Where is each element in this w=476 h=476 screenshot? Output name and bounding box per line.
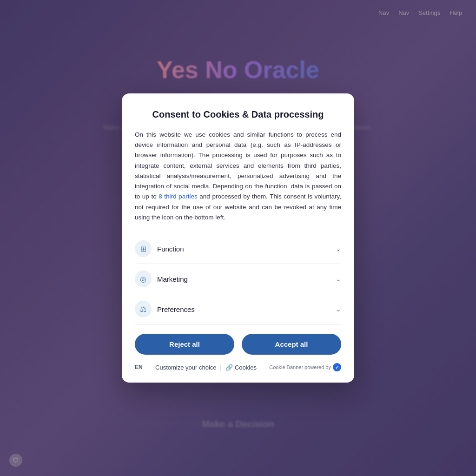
preferences-chevron-icon: ⌄ [336,305,341,313]
accordion-function-label: Function [157,245,184,253]
function-chevron-icon: ⌄ [336,245,341,252]
cookies-link-label: Cookies [235,364,257,371]
accept-all-button[interactable]: Accept all [242,334,341,355]
footer-separator: | [220,364,222,371]
accordion-marketing-label: Marketing [157,275,188,283]
powered-logo: ✓ [333,363,341,371]
language-selector[interactable]: EN [135,364,143,370]
footer-links: Customize your choice | 🔗 Cookies [155,364,257,371]
modal-body-text: On this website we use cookies and simil… [135,130,341,223]
preferences-icon: ⚖ [140,305,146,314]
modal-title: Consent to Cookies & Data processing [135,108,341,120]
powered-by-text: Cookie Banner powered by [269,364,331,370]
cookies-link[interactable]: 🔗 Cookies [225,364,257,371]
marketing-chevron-icon: ⌄ [336,275,341,283]
cookies-icon: 🔗 [225,364,233,371]
function-icon: ⊞ [140,245,146,253]
powered-by: Cookie Banner powered by ✓ [269,363,341,371]
reject-all-button[interactable]: Reject all [135,334,234,355]
preferences-icon-wrap: ⚖ [135,301,152,317]
cookie-consent-modal: Consent to Cookies & Data processing On … [122,93,354,383]
accordion-preferences-label: Preferences [157,305,195,313]
accordion-marketing-left: ◎ Marketing [135,271,188,287]
accordion-function[interactable]: ⊞ Function ⌄ [135,234,341,264]
marketing-icon: ◎ [140,275,146,284]
marketing-icon-wrap: ◎ [135,271,152,287]
function-icon-wrap: ⊞ [135,240,152,257]
third-parties-link[interactable]: 8 third parties [159,193,197,200]
button-row: Reject all Accept all [135,334,341,355]
powered-logo-check: ✓ [335,365,339,370]
accordion-preferences-left: ⚖ Preferences [135,301,195,317]
modal-overlay: Consent to Cookies & Data processing On … [0,0,476,476]
accordion-marketing[interactable]: ◎ Marketing ⌄ [135,264,341,294]
customize-choice-link[interactable]: Customize your choice [155,364,217,371]
modal-footer: EN Customize your choice | 🔗 Cookies Coo… [135,363,341,371]
modal-body-prefix: On this website we use cookies and simil… [135,131,341,200]
accordion-function-left: ⊞ Function [135,240,184,257]
accordion-preferences[interactable]: ⚖ Preferences ⌄ [135,294,341,324]
